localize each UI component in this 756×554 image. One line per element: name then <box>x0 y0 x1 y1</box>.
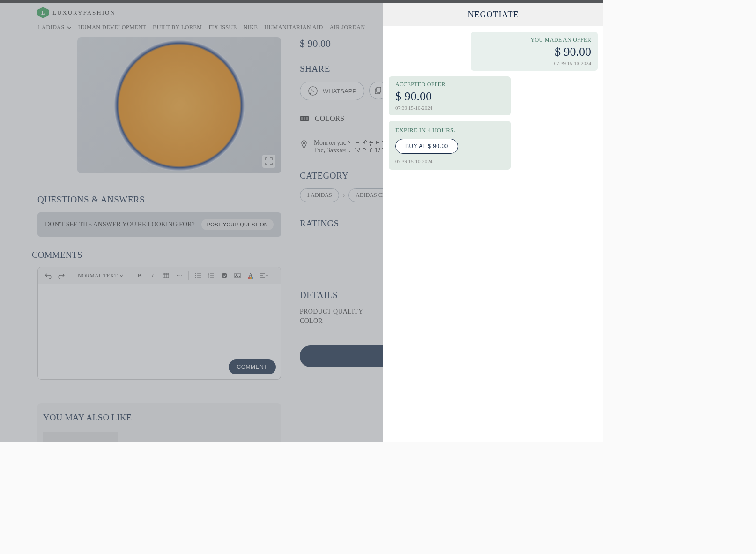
offer-sent-amount: $ 90.00 <box>477 45 591 59</box>
offer-sent-message: YOU MADE AN OFFER $ 90.00 07:39 15-10-20… <box>471 32 598 71</box>
accepted-offer-message: ACCEPTED OFFER $ 90.00 07:39 15-10-2024 <box>389 76 511 115</box>
expire-label: EXPIRE IN 4 HOURS. <box>395 127 504 134</box>
offer-sent-time: 07:39 15-10-2024 <box>477 60 591 66</box>
buy-at-button[interactable]: BUY AT $ 90.00 <box>395 139 458 154</box>
accepted-amount: $ 90.00 <box>395 90 504 104</box>
offer-sent-label: YOU MADE AN OFFER <box>477 37 591 44</box>
accepted-label: ACCEPTED OFFER <box>395 81 504 88</box>
negotiate-panel: NEGOTIATE YOU MADE AN OFFER $ 90.00 07:3… <box>383 3 603 442</box>
panel-title: NEGOTIATE <box>383 3 603 26</box>
expire-time: 07:39 15-10-2024 <box>395 158 504 164</box>
accepted-time: 07:39 15-10-2024 <box>395 105 504 111</box>
expire-box: EXPIRE IN 4 HOURS. BUY AT $ 90.00 07:39 … <box>389 121 511 170</box>
panel-body: YOU MADE AN OFFER $ 90.00 07:39 15-10-20… <box>383 26 603 175</box>
